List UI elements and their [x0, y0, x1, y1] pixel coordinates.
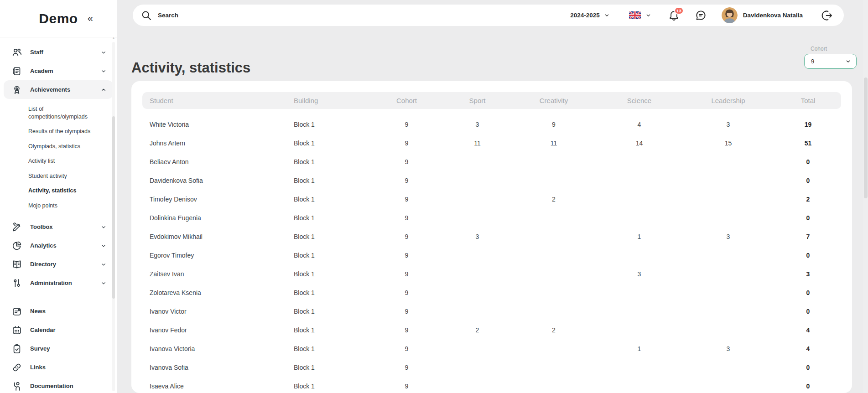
sidebar-subitem-activity-statistics[interactable]: Activity, statistics — [0, 183, 117, 198]
cell-building: Block 1 — [288, 140, 369, 147]
sidebar-subitem-list-of-competitions-olympiads[interactable]: List of competitions/olympiads — [0, 102, 117, 124]
cell-sport: 2 — [444, 326, 510, 334]
cohort-label: Cohort — [804, 46, 857, 52]
cell-cohort: 9 — [369, 121, 444, 128]
sidebar-subitem-student-activity[interactable]: Student activity — [0, 169, 117, 184]
cell-student: Davidenkova Sofia — [142, 177, 288, 184]
cell-building: Block 1 — [288, 270, 369, 278]
chevron-up-icon — [100, 87, 107, 93]
sidebar-item-label: News — [30, 308, 107, 315]
cell-building: Block 1 — [288, 158, 369, 165]
sidebar-item-news[interactable]: News — [4, 302, 113, 321]
cell-total: 2 — [775, 196, 841, 203]
column-header-building: Building — [288, 97, 369, 104]
table-row: Ivanov VictorBlock 190 — [142, 302, 841, 321]
cell-total: 7 — [775, 233, 841, 240]
cell-cohort: 9 — [369, 140, 444, 147]
sidebar-subitem-results-of-the-olympiads[interactable]: Results of the olympiads — [0, 124, 117, 139]
sidebar-item-directory[interactable]: Directory — [4, 255, 113, 274]
cell-building: Block 1 — [288, 252, 369, 259]
language-dropdown[interactable] — [629, 11, 651, 19]
sidebar-submenu: List of competitions/olympiadsResults of… — [0, 99, 117, 217]
table-row: Timofey DenisovBlock 1922 — [142, 190, 841, 208]
cell-total: 0 — [775, 383, 841, 390]
cohort-select[interactable]: 9 — [804, 54, 857, 69]
search-bar — [140, 10, 570, 21]
sidebar-item-label: Analytics — [30, 242, 100, 249]
chat-icon — [695, 9, 707, 21]
sidebar-item-staff[interactable]: Staff — [4, 43, 113, 62]
cell-building: Block 1 — [288, 177, 369, 184]
table-row: Evdokimov MikhailBlock 193137 — [142, 227, 841, 246]
sidebar-item-label: Academ — [30, 67, 100, 74]
page-scrollbar-thumb[interactable] — [864, 78, 868, 198]
cell-sport: 3 — [444, 233, 510, 240]
sidebar-item-achievements[interactable]: Achievements — [4, 80, 113, 99]
notifications-button[interactable]: 13 — [668, 9, 680, 21]
cell-building: Block 1 — [288, 326, 369, 334]
logout-button[interactable] — [821, 10, 833, 21]
cell-creativity: 2 — [510, 196, 597, 203]
link-icon — [11, 362, 22, 373]
school-year-dropdown[interactable]: 2024-2025 — [570, 12, 610, 19]
table-row: Davidenkova SofiaBlock 190 — [142, 171, 841, 190]
cell-total: 4 — [775, 345, 841, 352]
sidebar-subitem-olympiads-statistics[interactable]: Olympiads, statistics — [0, 139, 117, 154]
cell-cohort: 9 — [369, 364, 444, 371]
cell-student: Ivanova Sofia — [142, 364, 288, 371]
notifications-badge: 13 — [674, 7, 684, 15]
sidebar-collapse-icon[interactable]: « — [88, 10, 93, 27]
sidebar-item-links[interactable]: Links — [4, 358, 113, 377]
table-row: Zolotareva KseniaBlock 190 — [142, 283, 841, 302]
app-logo: Demo — [39, 11, 78, 26]
sidebar-item-label: Calendar — [30, 326, 107, 333]
column-header-leadership: Leadership — [681, 97, 775, 104]
cell-cohort: 9 — [369, 326, 444, 334]
sidebar-item-label: Directory — [30, 261, 100, 268]
documentation-icon — [11, 381, 22, 392]
column-header-science: Science — [597, 97, 681, 104]
sidebar-item-documentation[interactable]: Documentation — [4, 377, 113, 393]
cell-creativity: 9 — [510, 121, 597, 128]
cell-building: Block 1 — [288, 308, 369, 315]
sidebar-item-administration[interactable]: Administration — [4, 274, 113, 292]
cell-student: Ivanov Fedor — [142, 326, 288, 334]
cell-total: 3 — [775, 270, 841, 278]
uk-flag-icon — [629, 11, 641, 19]
logout-icon — [821, 10, 833, 21]
sidebar-item-label: Survey — [30, 345, 107, 352]
sidebar-scrollbar-thumb[interactable] — [112, 116, 115, 299]
cell-creativity: 2 — [510, 326, 597, 334]
calendar-icon — [11, 325, 22, 336]
cell-science: 1 — [597, 345, 681, 352]
open-book-icon — [11, 259, 22, 270]
sidebar-item-survey[interactable]: Survey — [4, 339, 113, 358]
messages-button[interactable] — [695, 9, 707, 21]
user-menu[interactable]: Davidenkova Natalia — [722, 7, 803, 23]
sidebar-subitem-mojo-points[interactable]: Mojo points — [0, 198, 117, 213]
cell-total: 0 — [775, 364, 841, 371]
search-input[interactable] — [157, 11, 348, 19]
news-icon — [11, 306, 22, 317]
cell-student: Dolinkina Eugenia — [142, 214, 288, 222]
cell-student: Zolotareva Ksenia — [142, 289, 288, 296]
cell-student: Zaitsev Ivan — [142, 270, 288, 278]
chevron-down-icon — [645, 12, 651, 18]
cell-student: Beliaev Anton — [142, 158, 288, 165]
sidebar-item-analytics[interactable]: Analytics — [4, 236, 113, 255]
sidebar-item-toolbox[interactable]: Toolbox — [4, 217, 113, 236]
sidebar-subitem-activity-list[interactable]: Activity list — [0, 154, 117, 169]
cohort-filter: Cohort 9 — [804, 46, 857, 69]
cell-student: Ivanova Victoria — [142, 345, 288, 352]
cell-cohort: 9 — [369, 383, 444, 390]
chevron-down-icon — [100, 224, 107, 230]
cell-leadership: 3 — [681, 345, 775, 352]
table-header-row: StudentBuildingCohortSportCreativityScie… — [142, 92, 841, 109]
column-header-total: Total — [775, 97, 841, 104]
sidebar-scroll-up-icon[interactable]: ▲ — [112, 36, 115, 40]
table-row: Ivanov FedorBlock 19224 — [142, 321, 841, 339]
cell-student: Isaeva Alice — [142, 383, 288, 390]
sidebar-item-calendar[interactable]: Calendar — [4, 321, 113, 339]
table-body: White VictoriaBlock 19394319Johns ArtemB… — [142, 115, 841, 393]
sidebar-item-academ[interactable]: Academ — [4, 62, 113, 80]
